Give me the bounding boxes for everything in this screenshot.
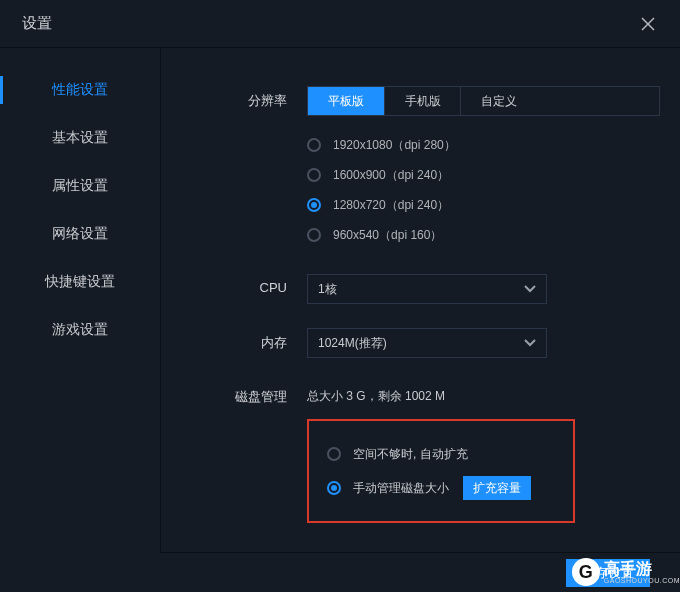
mode-custom[interactable]: 自定义 — [460, 87, 536, 115]
sidebar-item-label: 属性设置 — [52, 177, 108, 195]
disk-info-text: 总大小 3 G，剩余 1002 M — [307, 382, 660, 405]
sidebar-item-shortcut[interactable]: 快捷键设置 — [0, 258, 160, 306]
chevron-down-icon — [524, 336, 536, 350]
sidebar-item-property[interactable]: 属性设置 — [0, 162, 160, 210]
radio-icon — [307, 138, 321, 152]
window-header: 设置 — [0, 0, 680, 48]
sidebar: 性能设置 基本设置 属性设置 网络设置 快捷键设置 游戏设置 — [0, 48, 160, 552]
resolution-options: 1920x1080（dpi 280） 1600x900（dpi 240） 128… — [307, 130, 660, 250]
footer-bar: 保存设置 — [160, 552, 680, 592]
sidebar-item-game[interactable]: 游戏设置 — [0, 306, 160, 354]
memory-value: 1024M(推荐) — [318, 335, 387, 352]
sidebar-item-performance[interactable]: 性能设置 — [0, 66, 160, 114]
mode-tablet[interactable]: 平板版 — [308, 87, 384, 115]
save-button[interactable]: 保存设置 — [566, 559, 650, 587]
memory-label: 内存 — [201, 328, 287, 352]
disk-options-box: 空间不够时, 自动扩充 手动管理磁盘大小 扩充容量 — [307, 419, 575, 523]
window-title: 设置 — [22, 14, 52, 33]
radio-icon — [307, 228, 321, 242]
sidebar-item-basic[interactable]: 基本设置 — [0, 114, 160, 162]
chevron-down-icon — [524, 282, 536, 296]
cpu-value: 1核 — [318, 281, 337, 298]
row-disk: 磁盘管理 总大小 3 G，剩余 1002 M 空间不够时, 自动扩充 手动管理磁… — [201, 382, 660, 523]
memory-select[interactable]: 1024M(推荐) — [307, 328, 547, 358]
resolution-option-960[interactable]: 960x540（dpi 160） — [307, 220, 660, 250]
expand-capacity-button[interactable]: 扩充容量 — [463, 476, 531, 500]
radio-icon — [327, 447, 341, 461]
content-panel: 分辨率 平板版 手机版 自定义 1920x1080（dpi 280） 1600x… — [160, 48, 680, 552]
sidebar-item-label: 游戏设置 — [52, 321, 108, 339]
radio-icon — [327, 481, 341, 495]
resolution-label: 分辨率 — [201, 86, 287, 110]
disk-option-manual[interactable]: 手动管理磁盘大小 扩充容量 — [327, 471, 555, 505]
sidebar-item-network[interactable]: 网络设置 — [0, 210, 160, 258]
row-memory: 内存 1024M(推荐) — [201, 328, 660, 358]
radio-icon — [307, 168, 321, 182]
sidebar-item-label: 性能设置 — [52, 81, 108, 99]
radio-icon — [307, 198, 321, 212]
mode-phone[interactable]: 手机版 — [384, 87, 460, 115]
close-button[interactable] — [634, 10, 662, 38]
resolution-option-1600[interactable]: 1600x900（dpi 240） — [307, 160, 660, 190]
disk-label: 磁盘管理 — [201, 382, 287, 406]
row-resolution: 分辨率 平板版 手机版 自定义 1920x1080（dpi 280） 1600x… — [201, 86, 660, 250]
resolution-mode-group: 平板版 手机版 自定义 — [307, 86, 660, 116]
resolution-option-1280[interactable]: 1280x720（dpi 240） — [307, 190, 660, 220]
disk-option-auto[interactable]: 空间不够时, 自动扩充 — [327, 437, 555, 471]
resolution-option-1920[interactable]: 1920x1080（dpi 280） — [307, 130, 660, 160]
cpu-label: CPU — [201, 274, 287, 295]
row-cpu: CPU 1核 — [201, 274, 660, 304]
close-icon — [640, 16, 656, 32]
sidebar-item-label: 网络设置 — [52, 225, 108, 243]
sidebar-item-label: 基本设置 — [52, 129, 108, 147]
sidebar-item-label: 快捷键设置 — [45, 273, 115, 291]
cpu-select[interactable]: 1核 — [307, 274, 547, 304]
